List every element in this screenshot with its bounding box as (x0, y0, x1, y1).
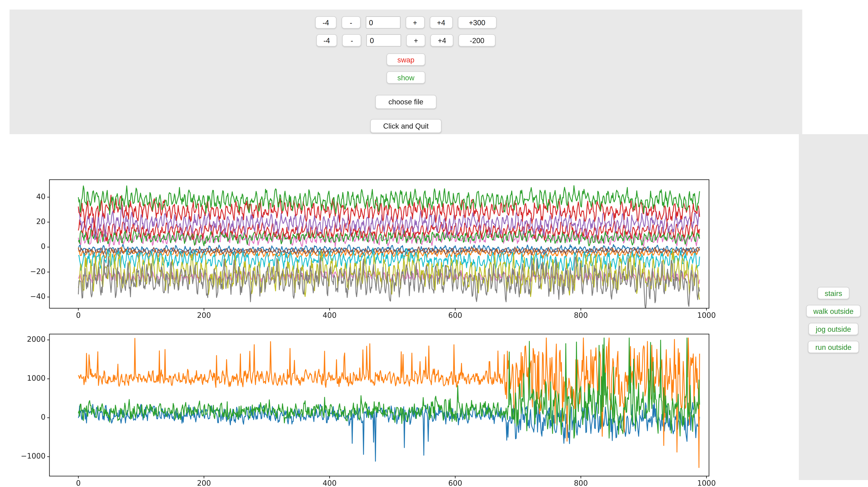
row2-plus-button[interactable]: + (406, 34, 426, 46)
row1-minus4-button[interactable]: -4 (315, 16, 336, 29)
row1-value-input[interactable] (366, 16, 400, 29)
activity-button-jog-outside[interactable]: jog outside (809, 323, 859, 335)
activity-button-stairs[interactable]: stairs (817, 287, 849, 299)
activity-panel: stairs walk outside jog outside run outs… (799, 134, 868, 480)
control-panel: -4 - + +4 +300 -4 - + +4 -200 swap show … (9, 9, 802, 134)
app-stage: -4 - + +4 +300 -4 - + +4 -200 swap show … (0, 0, 868, 487)
app-window: -4 - + +4 +300 -4 - + +4 -200 swap show … (0, 0, 868, 487)
bottom-sensor-chart (11, 323, 758, 487)
show-button[interactable]: show (387, 71, 425, 84)
row1-plus300-button[interactable]: +300 (458, 16, 497, 29)
row2-plus4-button[interactable]: +4 (431, 34, 454, 46)
row2-minus200-button[interactable]: -200 (459, 34, 496, 46)
row2-minus-button[interactable]: - (342, 34, 362, 46)
choose-file-button[interactable]: choose file (375, 95, 436, 109)
swap-button[interactable]: swap (387, 53, 425, 66)
row1-minus-button[interactable]: - (342, 16, 361, 29)
row2-value-input[interactable] (367, 34, 401, 46)
row1-plus-button[interactable]: + (405, 16, 425, 29)
row2-minus4-button[interactable]: -4 (316, 34, 337, 46)
offset-row-2: -4 - + +4 -200 (316, 34, 496, 46)
top-sensor-chart (11, 168, 758, 321)
click-and-quit-button[interactable]: Click and Quit (370, 119, 441, 133)
offset-row-1: -4 - + +4 +300 (315, 16, 496, 29)
activity-button-walk-outside[interactable]: walk outside (806, 305, 861, 317)
row1-plus4-button[interactable]: +4 (430, 16, 453, 29)
activity-button-run-outside[interactable]: run outside (808, 341, 859, 353)
